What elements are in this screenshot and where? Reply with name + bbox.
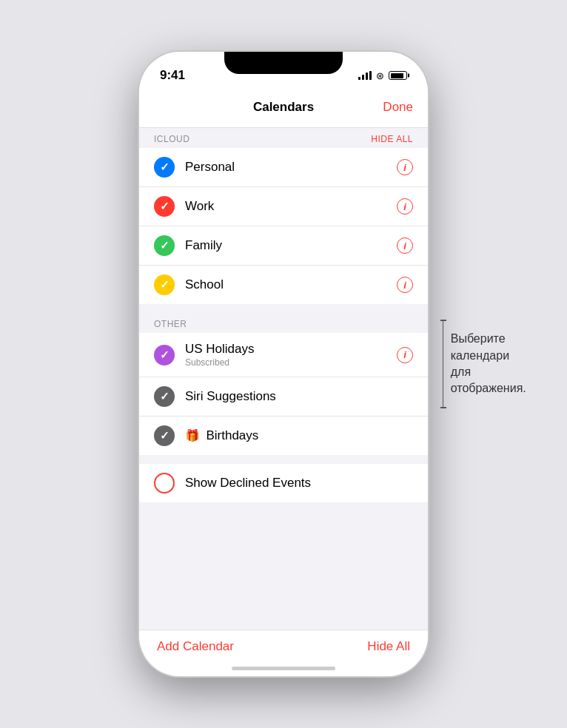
personal-label: Personal: [185, 160, 235, 174]
status-time: 9:41: [160, 68, 185, 83]
icloud-calendar-list: ✓ Personal i ✓ Work i: [139, 148, 428, 304]
birthdays-check: ✓: [154, 425, 175, 446]
signal-icon: [358, 71, 372, 80]
content-area: ICLOUD HIDE ALL ✓ Personal i ✓: [139, 128, 428, 621]
list-item[interactable]: ✓ Personal i: [139, 148, 428, 187]
show-declined-label: Show Declined Events: [185, 476, 311, 490]
personal-info-icon[interactable]: i: [397, 159, 413, 175]
gift-icon: 🎁: [185, 429, 200, 442]
family-label: Family: [185, 238, 222, 252]
bottom-gray-area: [139, 502, 428, 621]
personal-check: ✓: [154, 157, 175, 178]
siri-check: ✓: [154, 386, 175, 407]
list-item[interactable]: ✓ Work i: [139, 187, 428, 226]
other-calendar-list: ✓ US Holidays Subscribed i ✓ Siri Sugges…: [139, 333, 428, 455]
work-info-icon[interactable]: i: [397, 198, 413, 215]
icloud-section-header: ICLOUD HIDE ALL: [139, 128, 428, 148]
section-separator: [139, 304, 428, 313]
list-item[interactable]: ✓ Siri Suggestions: [139, 377, 428, 417]
other-section-label: OTHER: [154, 319, 187, 329]
us-holidays-check: ✓: [154, 345, 175, 365]
hide-all-icloud-button[interactable]: HIDE ALL: [371, 134, 413, 144]
hide-all-button[interactable]: Hide All: [367, 639, 410, 654]
work-check: ✓: [154, 196, 175, 217]
home-indicator: [232, 667, 335, 670]
declined-events-section: Show Declined Events: [139, 464, 428, 502]
us-holidays-sublabel: Subscribed: [185, 357, 397, 368]
list-item[interactable]: ✓ Family i: [139, 226, 428, 266]
wifi-icon: ⊛: [376, 70, 384, 81]
list-item[interactable]: ✓ School i: [139, 266, 428, 304]
family-check: ✓: [154, 235, 175, 256]
navigation-bar: Calendars Done: [139, 89, 428, 128]
declined-empty-circle: [154, 473, 175, 493]
family-info-icon[interactable]: i: [397, 237, 413, 254]
work-label: Work: [185, 199, 214, 213]
birthdays-label: Birthdays: [206, 428, 258, 442]
annotation-text: Выберите календари для отображения.: [451, 331, 527, 397]
annotation-line: [443, 320, 443, 408]
school-info-icon[interactable]: i: [397, 277, 413, 293]
list-item[interactable]: ✓ 🎁 Birthdays: [139, 417, 428, 455]
us-holidays-info-icon[interactable]: i: [397, 347, 413, 363]
icloud-section-label: ICLOUD: [154, 134, 189, 144]
battery-icon: [389, 71, 407, 80]
show-declined-item[interactable]: Show Declined Events: [139, 464, 428, 502]
other-section-header: OTHER: [139, 313, 428, 333]
add-calendar-button[interactable]: Add Calendar: [157, 639, 234, 654]
phone-frame: 9:41 ⊛ Calendars Done: [139, 52, 428, 676]
status-icons: ⊛: [358, 70, 407, 81]
school-label: School: [185, 277, 224, 291]
done-button[interactable]: Done: [383, 100, 413, 115]
list-item[interactable]: ✓ US Holidays Subscribed i: [139, 333, 428, 377]
school-check: ✓: [154, 274, 175, 295]
nav-title: Calendars: [253, 100, 314, 115]
annotation: Выберите календари для отображения.: [443, 320, 527, 408]
us-holidays-label: US Holidays: [185, 342, 255, 356]
notch: [224, 52, 343, 74]
siri-suggestions-label: Siri Suggestions: [185, 389, 276, 403]
section-separator-2: [139, 455, 428, 464]
